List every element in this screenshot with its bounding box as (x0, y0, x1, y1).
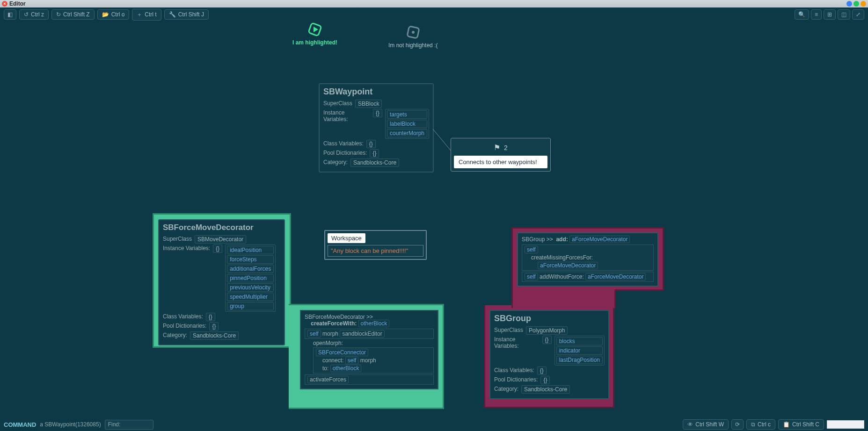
class-title: SBForceMoveDecorator (163, 223, 280, 232)
shape-highlighted-icon (307, 22, 323, 37)
workspace-block[interactable]: Workspace "Any block can be pinned!!!!" (324, 230, 427, 260)
method-arg[interactable]: otherBlock (358, 320, 390, 327)
instance-vars-list: targets labelBlock counterMorph (385, 109, 429, 139)
self-chip[interactable]: self (525, 273, 538, 280)
method-createforce-block[interactable]: SBForceMoveDecorator >> createForceWith:… (300, 310, 438, 389)
copy-string-button[interactable]: 📋Ctrl Shift C (778, 419, 824, 430)
var-chip[interactable]: lastDragPosition (556, 356, 603, 364)
copy-button[interactable]: ⧉Ctrl c (746, 419, 775, 430)
new-button[interactable]: ＋Ctrl t (132, 9, 161, 21)
waypoint-node[interactable]: ⚑ 2 Connects to other waypoints! (451, 138, 551, 172)
canvas[interactable]: I am highlighted! Im not highlighted :( … (0, 22, 868, 424)
menu-dot-icon[interactable] (846, 1, 852, 7)
var-chip[interactable]: indicator (556, 346, 603, 355)
purple-group-bg-3[interactable] (511, 289, 616, 308)
layout-button[interactable]: ◧ (4, 9, 16, 20)
superclass-chip[interactable]: SBMoveDecorator (195, 235, 246, 244)
refresh-button[interactable]: ⟳ (731, 419, 744, 430)
code-line-2[interactable]: self addWithoutForce: aForceMoveDecorato… (522, 272, 654, 282)
close-icon[interactable]: × (2, 1, 7, 7)
var-chip[interactable]: additionalForces (227, 265, 274, 273)
var-chip[interactable]: previousVelocity (227, 283, 274, 292)
activate-chip[interactable]: activateForces (307, 376, 349, 383)
category-chip[interactable]: Sandblocks-Core (190, 331, 239, 340)
waypoint-count: 2 (504, 144, 508, 151)
var-chip[interactable]: group (227, 302, 274, 310)
var-chip[interactable]: labelBlock (387, 120, 427, 128)
maximize-icon[interactable] (853, 1, 859, 7)
category-chip[interactable]: Sandblocks-Core (350, 158, 399, 167)
code-line[interactable]: self morph sandblockEditor (305, 329, 434, 339)
instance-vars-label: Instance Variables: (494, 336, 540, 349)
not-highlighted-shape[interactable]: Im not highlighted :( (388, 24, 438, 49)
class-vars-label: Class Variables: (323, 140, 364, 147)
method-add-block[interactable]: SBGroup >> add: aForceMoveDecorator self… (517, 232, 658, 287)
redo-label: Ctrl Shift Z (63, 11, 90, 18)
category-chip[interactable]: Sandblocks-Core (521, 385, 570, 394)
var-chip[interactable]: blocks (556, 337, 603, 345)
mini-preview[interactable] (827, 420, 864, 429)
grid-icon: ⊞ (827, 11, 832, 18)
command-info: a SBWaypoint(1326085) (40, 421, 101, 428)
var-chip[interactable]: forceSteps (227, 255, 274, 264)
self-chip[interactable]: self (525, 246, 538, 253)
inspect-button[interactable]: 🔧Ctrl Shift J (164, 9, 209, 20)
toolbar: ◧ ↺Ctrl z ↻Ctrl Shift Z 📂Ctrl o ＋Ctrl t … (0, 7, 868, 22)
sub-code[interactable]: SBForceConnector connect: self morph to:… (313, 347, 434, 374)
class-vars-label: Class Variables: (163, 313, 203, 320)
superclass-label: SuperClass (494, 326, 523, 333)
search-button[interactable]: 🔍 (795, 9, 809, 20)
category-label: Category: (163, 331, 187, 338)
superclass-chip[interactable]: SBBlock (355, 100, 382, 108)
connect-kw: connect: (322, 357, 343, 364)
svg-line-4 (433, 129, 452, 151)
command-mode: COMMAND (4, 421, 36, 428)
refresh-icon: ⟳ (735, 421, 740, 428)
redo-button[interactable]: ↻Ctrl Shift Z (51, 9, 95, 20)
highlighted-label: I am highlighted! (292, 39, 337, 46)
var-chip[interactable]: pinnedPosition (227, 274, 274, 282)
code-line[interactable]: self createMissingForcesFor: aForceMoveD… (522, 244, 654, 271)
grid-view-button[interactable]: ⊞ (824, 9, 836, 20)
undo-icon: ↺ (24, 11, 29, 18)
self-chip[interactable]: self (345, 357, 359, 364)
decorator-class-block[interactable]: SBForceMoveDecorator SuperClass SBMoveDe… (158, 219, 285, 345)
var-chip[interactable]: counterMorph (387, 129, 427, 137)
pool-dict-label: Pool Dictionaries: (323, 149, 367, 156)
not-highlighted-label: Im not highlighted :( (388, 42, 438, 49)
connector-chip[interactable]: SBForceConnector (316, 349, 368, 356)
method-arg[interactable]: aForceMoveDecorator (569, 236, 630, 243)
var-chip[interactable]: speedMultiplier (227, 293, 274, 301)
workspace-body[interactable]: "Any block can be pinned!!!!" (328, 245, 423, 257)
layout-icon: ◧ (7, 11, 13, 18)
watch-label: Ctrl Shift W (695, 421, 724, 428)
arg-chip[interactable]: aForceMoveDecorator (585, 273, 646, 280)
open-button[interactable]: 📂Ctrl o (97, 9, 130, 20)
watch-button[interactable]: 👁Ctrl Shift W (683, 419, 729, 430)
highlighted-shape[interactable]: I am highlighted! (292, 22, 337, 46)
command-bar: COMMAND a SBWaypoint(1326085) Find: 👁Ctr… (0, 418, 868, 431)
arg-chip[interactable]: aForceMoveDecorator (538, 262, 598, 269)
add-without-kw: addWithoutForce: (540, 273, 584, 280)
var-chip[interactable]: targets (387, 110, 427, 119)
method-class: SBForceMoveDecorator >> (305, 314, 373, 320)
instance-vars-label: Instance Variables: (323, 109, 370, 122)
search-icon: 🔍 (798, 11, 805, 18)
activate-line[interactable]: activateForces (305, 374, 434, 385)
flag-icon: ⚑ (494, 143, 500, 152)
sbwaypoint-class-block[interactable]: SBWaypoint SuperClass SBBlock Instance V… (319, 83, 434, 172)
var-chip[interactable]: idealPosition (227, 246, 274, 254)
find-input[interactable] (122, 421, 150, 428)
minimize-icon[interactable] (861, 1, 866, 7)
split-view-button[interactable]: ◫ (838, 9, 850, 20)
editor-chip[interactable]: sandblockEditor (340, 330, 384, 338)
undo-button[interactable]: ↺Ctrl z (19, 9, 49, 20)
find-box[interactable]: Find: (105, 420, 154, 430)
self-chip[interactable]: self (307, 330, 321, 338)
fullscreen-button[interactable]: ⤢ (852, 9, 864, 20)
other-chip[interactable]: otherBlock (330, 365, 362, 372)
list-view-button[interactable]: ≡ (811, 9, 822, 20)
method-selector: add: (556, 236, 568, 243)
sbgroup-class-block[interactable]: SBGroup SuperClass PolygonMorph Instance… (489, 310, 609, 399)
superclass-chip[interactable]: PolygonMorph (526, 326, 568, 335)
